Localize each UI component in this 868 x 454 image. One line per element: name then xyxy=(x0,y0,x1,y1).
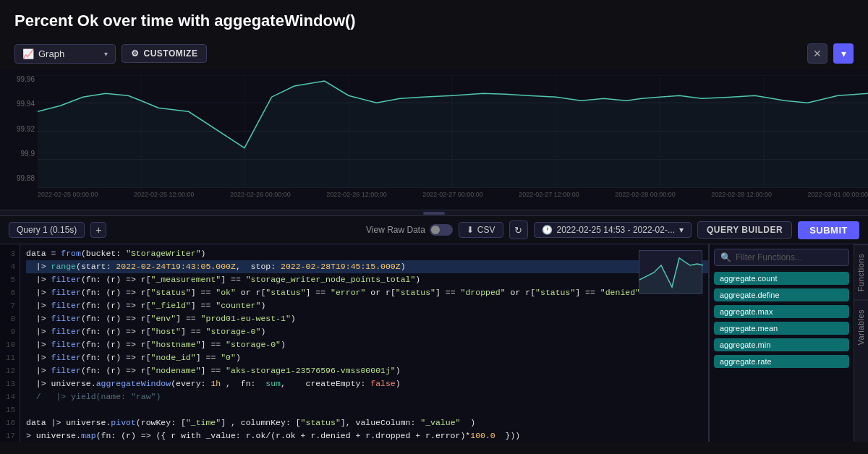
graph-icon: 📈 xyxy=(22,48,34,59)
code-line: data |> universe.pivot(rowKey: ["_time"]… xyxy=(26,416,708,429)
code-line: |> universe.aggregateWindow(every: 1h , … xyxy=(26,377,708,390)
close-button[interactable]: ✕ xyxy=(807,43,827,64)
refresh-icon: ↻ xyxy=(514,225,522,236)
right-panel-tabs: Functions Variables xyxy=(854,244,868,442)
functions-content: 🔍 aggregate.count aggregate.define aggre… xyxy=(710,244,854,442)
code-editor[interactable]: 3 4 5 6 7 8 9 10 11 12 13 14 15 16 17 18… xyxy=(0,244,709,442)
gear-icon: ⚙ xyxy=(131,48,140,59)
code-line: |> filter(fn: (r) => r["_measurement"] =… xyxy=(26,273,708,286)
query-tab[interactable]: Query 1 (0.15s) xyxy=(9,222,85,238)
resize-handle[interactable] xyxy=(0,210,868,216)
chart-y-axis: 99.96 99.94 99.92 99.9 99.88 xyxy=(0,69,38,188)
download-icon: ⬇ xyxy=(467,225,474,235)
fn-aggregate-rate[interactable]: aggregate.rate xyxy=(714,355,849,368)
code-line: |> filter(fn: (r) => r["host"] == "stora… xyxy=(26,325,708,338)
header: Percent Ok over time with aggegateWindow… xyxy=(0,0,868,38)
chevron-down-icon: ▾ xyxy=(679,225,684,235)
add-query-button[interactable]: + xyxy=(90,222,106,238)
page-title: Percent Ok over time with aggegateWindow… xyxy=(14,12,854,30)
query-bar: Query 1 (0.15s) + View Raw Data ⬇ CSV ↻ … xyxy=(0,216,868,244)
code-content[interactable]: data = from(bucket: "StorageWriter") |> … xyxy=(20,244,708,442)
fn-aggregate-max[interactable]: aggregate.max xyxy=(714,305,849,318)
submit-button[interactable]: SUBMIT xyxy=(798,221,859,239)
graph-label: Graph xyxy=(38,48,64,59)
code-line: |> filter(fn: (r) => r["status"] == "ok"… xyxy=(26,286,708,299)
functions-panel: 🔍 aggregate.count aggregate.define aggre… xyxy=(709,244,868,442)
code-line: data = from(bucket: "StorageWriter") xyxy=(26,247,708,260)
filter-functions-input[interactable] xyxy=(736,252,844,262)
resize-indicator xyxy=(423,212,445,215)
chart-area: 99.96 99.94 99.92 99.9 99.88 2022-02-25 … xyxy=(0,69,868,210)
search-icon: 🔍 xyxy=(720,252,731,262)
code-line: / |> yield(name: "raw") xyxy=(26,390,708,403)
mini-chart xyxy=(639,250,702,294)
filter-functions-input-wrap[interactable]: 🔍 xyxy=(714,249,849,266)
code-line xyxy=(26,403,708,416)
refresh-button[interactable]: ↻ xyxy=(509,220,528,239)
close-icon: ✕ xyxy=(813,48,822,59)
code-line: |> filter(fn: (r) => r["hostname"] == "s… xyxy=(26,338,708,351)
plus-icon: + xyxy=(95,224,101,236)
functions-tab[interactable]: Functions xyxy=(854,244,868,300)
view-raw-data-control: View Raw Data xyxy=(366,224,453,236)
fn-aggregate-count[interactable]: aggregate.count xyxy=(714,272,849,285)
date-range-button[interactable]: 🕐 2022-02-25 14:53 - 2022-02-... ▾ xyxy=(534,222,692,238)
line-chart xyxy=(38,75,868,188)
view-raw-toggle[interactable] xyxy=(430,224,453,236)
fn-aggregate-define[interactable]: aggregate.define xyxy=(714,288,849,301)
view-raw-label: View Raw Data xyxy=(366,225,425,235)
csv-button[interactable]: ⬇ CSV xyxy=(459,222,503,238)
fn-aggregate-min[interactable]: aggregate.min xyxy=(714,338,849,351)
expand-button[interactable]: ▾ xyxy=(833,43,854,64)
query-builder-button[interactable]: QUERY BUILDER xyxy=(697,221,792,239)
fn-aggregate-mean[interactable]: aggregate.mean xyxy=(714,322,849,335)
line-numbers: 3 4 5 6 7 8 9 10 11 12 13 14 15 16 17 18 xyxy=(0,244,20,442)
code-line: |> filter(fn: (r) => r["_field"] == "cou… xyxy=(26,299,708,312)
variables-tab[interactable]: Variables xyxy=(854,300,868,354)
clock-icon: 🕐 xyxy=(542,225,553,235)
code-line: |> filter(fn: (r) => r["env"] == "prod01… xyxy=(26,312,708,325)
graph-dropdown[interactable]: 📈 Graph ▾ xyxy=(14,44,116,64)
chevron-down-icon: ▾ xyxy=(841,48,846,59)
toolbar: 📈 Graph ▾ ⚙ CUSTOMIZE ✕ ▾ xyxy=(0,38,868,69)
code-line: |> filter(fn: (r) => r["node_id"] == "0"… xyxy=(26,351,708,364)
code-line-active: |> range(start: 2022-02-24T19:43:05.000Z… xyxy=(26,260,708,273)
code-line: |> filter(fn: (r) => r["nodename"] == "a… xyxy=(26,364,708,377)
bottom-panels: 3 4 5 6 7 8 9 10 11 12 13 14 15 16 17 18… xyxy=(0,244,868,442)
chevron-down-icon: ▾ xyxy=(104,50,108,58)
customize-button[interactable]: ⚙ CUSTOMIZE xyxy=(122,44,207,63)
chart-x-axis: 2022-02-25 00:00:00 2022-02-25 12:00:00 … xyxy=(38,188,868,210)
code-line: > universe.map(fn: (r) => ({ r with _val… xyxy=(26,429,708,442)
